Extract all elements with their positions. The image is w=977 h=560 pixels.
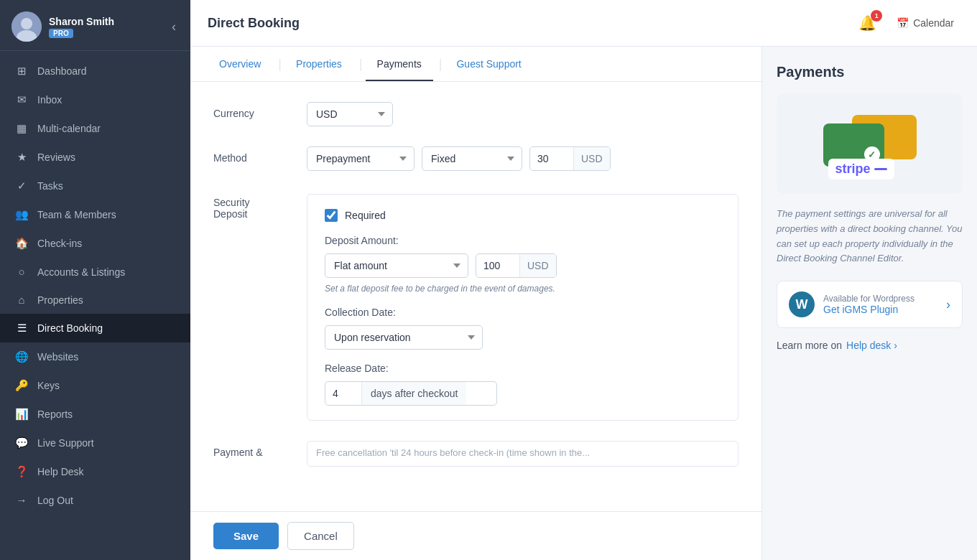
sidebar-item-properties[interactable]: ⌂ Properties [0,286,190,314]
required-checkbox[interactable] [325,209,338,222]
payment-policy-control: Free cancellation 'til 24 hours before c… [307,441,738,467]
sidebar-item-accounts-listings[interactable]: ○ Accounts & Listings [0,258,190,286]
tab-payments[interactable]: Payments [366,47,433,81]
release-row: days after checkout [325,381,497,406]
top-header: Direct Booking 🔔 1 📅 Calendar [190,0,977,47]
calendar-icon: ▦ [14,122,29,135]
amount-input[interactable] [530,147,573,170]
sidebar-item-label: Keys [37,380,60,391]
calendar-icon: 📅 [897,17,909,29]
sidebar: Sharon Smith PRO ‹ ⊞ Dashboard ✉ Inbox ▦… [0,0,190,560]
method-label: Method [213,146,307,164]
websites-icon: 🌐 [14,350,29,363]
stripe-logo-wrap: ✓ stripe [820,108,920,179]
deposit-type-select[interactable]: Flat amount Percentage [325,253,468,278]
fixed-select[interactable]: Fixed Percentage [422,146,522,171]
help-desk-icon: ❓ [14,465,29,478]
release-days-input[interactable] [325,382,361,405]
save-button[interactable]: Save [213,523,279,549]
team-icon: 👥 [14,208,29,221]
tabs-bar: Overview | Properties | Payments | Guest… [190,47,761,82]
method-select[interactable]: Prepayment On arrival Post-stay [307,146,415,171]
currency-control: USD EUR GBP [307,102,738,126]
avatar [11,11,42,42]
method-control: Prepayment On arrival Post-stay Fixed Pe… [307,146,738,171]
collection-date-block: Collection Date: Upon reservation Before… [325,307,721,350]
bottom-bar: Save Cancel [190,511,761,560]
user-name: Sharon Smith [49,16,114,27]
content-area: Overview | Properties | Payments | Guest… [190,47,977,560]
currency-select[interactable]: USD EUR GBP [307,102,393,126]
sidebar-item-tasks[interactable]: ✓ Tasks [0,172,190,200]
amount-group: USD [529,146,611,171]
logout-icon: → [14,494,29,506]
calendar-label: Calendar [913,17,954,29]
sidebar-item-label: Reports [37,409,73,420]
sidebar-item-team-members[interactable]: 👥 Team & Members [0,200,190,229]
form-area: Currency USD EUR GBP Method [190,82,761,511]
sidebar-item-label: Log Out [37,495,73,506]
collapse-sidebar-button[interactable]: ‹ [169,17,179,37]
deposit-amount-input[interactable] [476,254,519,277]
cancel-button[interactable]: Cancel [287,522,354,550]
stripe-visual: ✓ stripe [777,93,963,194]
sidebar-item-reports[interactable]: 📊 Reports [0,400,190,429]
sidebar-item-label: Reviews [37,151,75,163]
panel-title: Payments [777,64,963,80]
deposit-hint: Set a flat deposit fee to be charged in … [325,284,721,294]
sidebar-item-label: Dashboard [37,65,87,77]
chevron-right-icon: › [946,297,950,312]
sidebar-item-live-support[interactable]: 💬 Live Support [0,429,190,457]
required-label: Required [345,210,386,221]
accounts-icon: ○ [14,266,29,278]
sidebar-item-reviews[interactable]: ★ Reviews [0,143,190,172]
security-deposit-section: Required Deposit Amount: Flat amount Per… [307,194,738,421]
panel-description: The payment settings are universal for a… [777,207,963,266]
help-desk-link[interactable]: Help desk › [846,340,897,351]
calendar-button[interactable]: 📅 Calendar [891,14,960,32]
deposit-currency: USD [519,254,556,277]
wordpress-left: W Available for Wordpress Get iGMS Plugi… [789,291,915,317]
deposit-amount-group: USD [476,253,557,278]
release-date-block: Release Date: days after checkout [325,363,721,406]
sidebar-item-label: Live Support [37,437,94,449]
sidebar-item-direct-booking[interactable]: ☰ Direct Booking [0,314,190,342]
sidebar-item-label: Properties [37,294,83,306]
sidebar-item-log-out[interactable]: → Log Out [0,486,190,514]
sidebar-item-keys[interactable]: 🔑 Keys [0,371,190,400]
sidebar-item-help-desk[interactable]: ❓ Help Desk [0,457,190,486]
payment-policy-label: Payment & [213,441,307,458]
wordpress-card: W Available for Wordpress Get iGMS Plugi… [777,281,963,328]
sidebar-item-multi-calendar[interactable]: ▦ Multi-calendar [0,114,190,143]
wordpress-link[interactable]: Get iGMS Plugin [823,304,915,315]
notification-badge: 1 [871,10,882,22]
user-badge: PRO [49,29,73,38]
sidebar-item-label: Team & Members [37,209,116,220]
payment-policy-row: Payment & Free cancellation 'til 24 hour… [213,441,738,467]
amount-currency: USD [573,147,610,170]
sidebar-item-websites[interactable]: 🌐 Websites [0,342,190,371]
release-date-label: Release Date: [325,363,721,374]
sidebar-item-label: Multi-calendar [37,123,101,134]
security-deposit-row: SecurityDeposit Required Deposit Amount: [213,191,738,421]
notifications-button[interactable]: 🔔 1 [856,11,879,34]
deposit-inputs: Flat amount Percentage USD [325,253,721,278]
method-inputs: Prepayment On arrival Post-stay Fixed Pe… [307,146,738,171]
live-support-icon: 💬 [14,437,29,449]
right-panel: Payments ✓ stripe The payment settings a… [761,47,977,560]
collection-date-label: Collection Date: [325,307,721,318]
currency-row: Currency USD EUR GBP [213,102,738,126]
tab-properties[interactable]: Properties [284,47,353,81]
header-right: 🔔 1 📅 Calendar [856,11,960,34]
tab-guest-support[interactable]: Guest Support [445,47,532,81]
reports-icon: 📊 [14,408,29,421]
sidebar-header: Sharon Smith PRO ‹ [0,0,190,51]
tasks-icon: ✓ [14,179,29,192]
required-checkbox-row: Required [325,209,721,222]
sidebar-item-inbox[interactable]: ✉ Inbox [0,85,190,114]
collection-date-select[interactable]: Upon reservation Before check-in At chec… [325,325,483,350]
sidebar-item-check-ins[interactable]: 🏠 Check-ins [0,229,190,258]
sidebar-user: Sharon Smith PRO [11,11,114,42]
tab-overview[interactable]: Overview [208,47,272,81]
sidebar-item-dashboard[interactable]: ⊞ Dashboard [0,57,190,85]
